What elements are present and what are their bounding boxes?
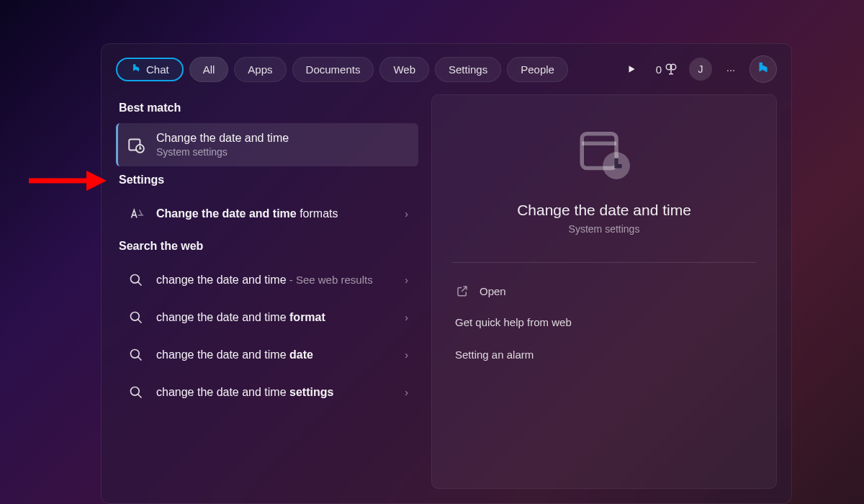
tab-settings[interactable]: Settings: [435, 57, 501, 82]
chevron-right-icon: ›: [397, 274, 408, 286]
results-column: Best match Change the date and time Syst…: [116, 94, 418, 489]
settings-result-formats[interactable]: Change the date and time formats ›: [116, 195, 418, 233]
bing-chat-icon: [130, 63, 142, 75]
preview-subtitle: System settings: [569, 223, 640, 235]
date-time-icon: [126, 135, 146, 155]
preview-title: Change the date and time: [517, 202, 691, 219]
rewards-button[interactable]: 0: [650, 63, 683, 76]
settings-result-title: Change the date and time formats: [156, 207, 387, 220]
web-result-text: change the date and time - See web resul…: [156, 274, 387, 287]
tab-apps[interactable]: Apps: [234, 57, 286, 82]
best-match-title: Change the date and time: [156, 132, 408, 145]
search-icon: [126, 307, 146, 328]
font-icon: [126, 204, 146, 224]
search-panel: Chat All Apps Documents Web Settings Peo…: [101, 43, 792, 504]
tab-documents[interactable]: Documents: [292, 57, 374, 82]
bing-button[interactable]: [750, 55, 777, 83]
web-result-see-results[interactable]: change the date and time - See web resul…: [116, 261, 418, 299]
more-options[interactable]: ···: [718, 56, 744, 82]
svg-point-8: [131, 350, 140, 359]
chevron-right-icon: ›: [397, 349, 408, 361]
svg-point-7: [131, 312, 140, 321]
open-action[interactable]: Open: [452, 276, 756, 306]
tab-chat-label: Chat: [146, 63, 169, 76]
chevron-right-icon: ›: [397, 208, 408, 220]
bing-icon: [755, 61, 771, 77]
rewards-count: 0: [656, 63, 662, 76]
search-body: Best match Change the date and time Syst…: [102, 94, 791, 503]
best-match-subtitle: System settings: [156, 146, 408, 158]
rewards-icon: [665, 63, 678, 76]
user-avatar[interactable]: J: [689, 58, 712, 81]
web-result-text: change the date and time date: [156, 348, 387, 361]
play-icon[interactable]: [618, 56, 644, 82]
search-icon: [126, 270, 146, 290]
preview-header: Change the date and time System settings: [452, 117, 756, 255]
web-result-date[interactable]: change the date and time date ›: [116, 336, 418, 374]
annotation-arrow: [29, 168, 108, 194]
date-time-large-icon: [575, 124, 634, 186]
tab-chat[interactable]: Chat: [116, 58, 184, 81]
search-icon: [126, 345, 146, 365]
section-best-match: Best match: [116, 94, 418, 123]
open-label: Open: [480, 285, 506, 297]
svg-point-6: [131, 275, 140, 284]
svg-point-9: [131, 387, 140, 396]
help-link-setting-alarm[interactable]: Setting an alarm: [452, 338, 756, 371]
svg-marker-1: [86, 171, 107, 191]
search-icon: [126, 382, 146, 402]
top-tab-bar: Chat All Apps Documents Web Settings Peo…: [102, 44, 791, 94]
web-result-text: change the date and time settings: [156, 386, 387, 399]
chevron-right-icon: ›: [397, 387, 408, 398]
best-match-item[interactable]: Change the date and time System settings: [116, 123, 418, 166]
chevron-right-icon: ›: [397, 312, 408, 323]
divider: [452, 262, 756, 263]
section-settings: Settings: [116, 166, 418, 195]
open-icon: [455, 284, 469, 297]
web-result-settings[interactable]: change the date and time settings ›: [116, 374, 418, 411]
preview-pane: Change the date and time System settings…: [431, 94, 777, 489]
quick-help-header: Get quick help from web: [452, 306, 756, 338]
tab-all[interactable]: All: [189, 57, 229, 82]
web-result-text: change the date and time format: [156, 311, 387, 324]
section-search-web: Search the web: [116, 233, 418, 261]
tab-web[interactable]: Web: [379, 57, 429, 82]
tab-people[interactable]: People: [507, 57, 568, 82]
web-result-format[interactable]: change the date and time format ›: [116, 299, 418, 336]
